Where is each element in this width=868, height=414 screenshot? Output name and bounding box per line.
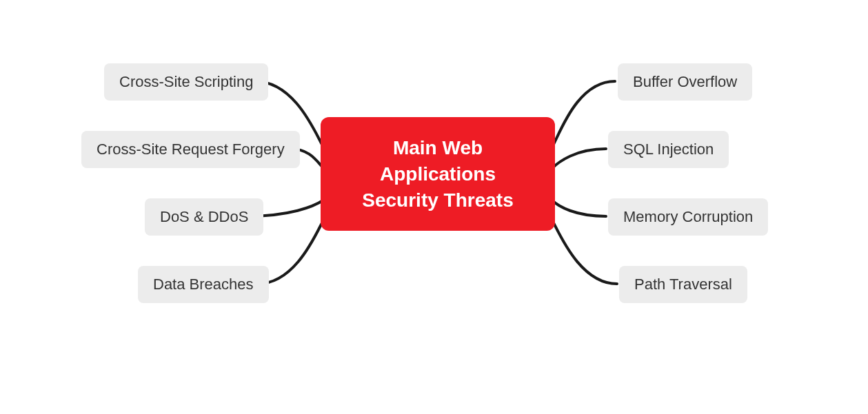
node-path-traversal: Path Traversal (619, 266, 747, 303)
node-cross-site-scripting: Cross-Site Scripting (104, 63, 268, 101)
node-memory-corruption: Memory Corruption (608, 198, 768, 236)
node-dos-ddos: DoS & DDoS (145, 198, 263, 236)
center-title-line3: Security Threats (362, 189, 513, 211)
node-label: Cross-Site Request Forgery (97, 141, 285, 158)
node-cross-site-request-forgery: Cross-Site Request Forgery (81, 131, 300, 168)
node-label: Cross-Site Scripting (119, 73, 253, 90)
node-label: SQL Injection (623, 141, 714, 158)
node-buffer-overflow: Buffer Overflow (618, 63, 752, 101)
center-node: Main Web Applications Security Threats (321, 117, 555, 231)
node-label: Path Traversal (634, 276, 732, 293)
node-label: Buffer Overflow (633, 73, 737, 90)
center-title-line1: Main Web (393, 137, 483, 158)
mindmap-diagram: Main Web Applications Security Threats C… (0, 0, 868, 414)
node-label: DoS & DDoS (160, 208, 248, 225)
node-sql-injection: SQL Injection (608, 131, 729, 168)
node-label: Memory Corruption (623, 208, 753, 225)
center-title-line2: Applications (380, 163, 496, 185)
node-data-breaches: Data Breaches (138, 266, 269, 303)
node-label: Data Breaches (153, 276, 254, 293)
